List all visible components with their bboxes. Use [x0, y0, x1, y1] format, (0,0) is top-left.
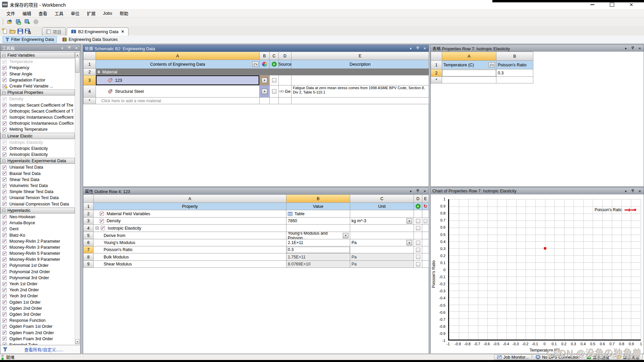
panel-pin-icon[interactable] — [416, 46, 420, 51]
tab-project[interactable]: 项目 — [42, 27, 66, 36]
row-header-8[interactable]: 8 — [84, 253, 94, 261]
checkbox-icon[interactable] — [416, 241, 420, 245]
dropdown-icon[interactable]: ▼ — [262, 89, 267, 94]
menu-extensions[interactable]: 扩展 — [83, 9, 99, 17]
toolbox-item-mooney-rivlin-9-parameter[interactable]: Mooney-Rivlin 9 Parameter — [0, 256, 75, 262]
toolbox-section-hyperelastic[interactable]: Hyperelastic — [0, 207, 75, 214]
menu-units[interactable]: 单位 — [67, 9, 83, 17]
toolbox-item-response-function[interactable]: Response Function — [0, 317, 75, 323]
tab-engineering-data[interactable]: B2:Engineering Data ✕ — [67, 27, 128, 36]
panel-pin-icon[interactable] — [631, 46, 635, 51]
toolbox-pin-icon[interactable] — [67, 46, 71, 50]
toolbox-item-biaxial-test-data[interactable]: Biaxial Test Data — [0, 171, 75, 177]
panel-close-icon[interactable]: ✕ — [423, 47, 427, 50]
menu-help[interactable]: 帮助 — [116, 9, 132, 17]
suppress-all-cell[interactable]: ✕ — [270, 60, 279, 69]
poissons-ratio-value-cell[interactable]: 0.3 — [496, 69, 533, 77]
menu-file[interactable]: 文件 — [3, 9, 19, 17]
dropdown-icon[interactable]: ▼ — [407, 218, 412, 224]
toolbox-close-icon[interactable]: ✕ — [74, 46, 78, 50]
toolbox-item-ogden-foam-2nd-order[interactable]: Ogden Foam 2nd Order — [0, 329, 75, 336]
engineering-data-sources-button[interactable]: Engineering Data Sources — [60, 37, 120, 43]
ym-suppress-cell[interactable] — [414, 239, 422, 246]
toolbox-item-ogden-3rd-order[interactable]: Ogden 3rd Order — [0, 311, 75, 317]
panel-close-icon[interactable]: ✕ — [423, 189, 427, 193]
toolbox-scrollbar[interactable]: ▲ ▼ — [75, 52, 80, 344]
panel-pin-icon[interactable] — [631, 189, 635, 193]
toolbox-item-yeoh-2nd-order[interactable]: Yeoh 2nd Order — [0, 287, 75, 293]
toolbox-item-simple-shear-test-data[interactable]: Simple Shear Test Data — [0, 189, 75, 195]
toolbox-item-polynomial-2nd-order[interactable]: Polynomial 2nd Order — [0, 269, 75, 275]
job-monitor-button[interactable]: Job Monitor... — [494, 354, 532, 360]
collapse-icon[interactable] — [2, 134, 5, 137]
row-header-6[interactable]: 6 — [84, 239, 94, 246]
checkbox-icon[interactable] — [416, 255, 420, 259]
dropdown-icon[interactable]: ▼ — [407, 240, 412, 245]
new-row-a-cell[interactable] — [442, 77, 496, 83]
toolbox-item-ogden-1st-order[interactable]: Ogden 1st Order — [0, 299, 75, 305]
poissons-ratio-value-cell[interactable]: 0.3 — [286, 246, 350, 253]
toolbox-item-extended-tube[interactable]: Extended Tube — [0, 342, 75, 345]
row-header-1[interactable]: 1 — [84, 60, 96, 69]
toolbox-item-uniaxial-compression-test-data[interactable]: Uniaxial Compression Test Data — [0, 201, 75, 207]
collapse-icon[interactable] — [97, 70, 100, 73]
row-header-3[interactable]: 3 — [84, 218, 94, 225]
col-header-a[interactable]: A — [442, 52, 496, 61]
steel-state-cell[interactable]: ▼ — [260, 85, 270, 98]
toolbox-item-isotropic-secant-coefficient-of-thermal-expansion[interactable]: Isotropic Secant Coefficient of Thermal … — [0, 102, 75, 108]
scroll-thumb[interactable] — [75, 57, 79, 73]
col-header-d[interactable]: D — [279, 52, 291, 60]
dropdown-icon[interactable]: ▼ — [262, 78, 267, 83]
density-unit-cell[interactable]: kg m^-3 ▼ — [350, 218, 414, 225]
dps-connection-button[interactable]: No DPS Connection — [533, 354, 583, 360]
menu-edit[interactable]: 编辑 — [19, 9, 35, 17]
panel-close-icon[interactable]: ✕ — [638, 189, 642, 193]
collapse-icon[interactable] — [2, 91, 5, 94]
checkbox-icon[interactable] — [424, 219, 427, 223]
toolbox-item-ogden-foam-3rd-order[interactable]: Ogden Foam 3rd Order — [0, 336, 75, 342]
toolbox-item-gent[interactable]: Gent — [0, 226, 75, 232]
material-row-structural-steel[interactable]: Structural Steel — [96, 85, 260, 98]
toolbox-item-mooney-rivlin-5-parameter[interactable]: Mooney-Rivlin 5 Parameter — [0, 250, 75, 256]
toolbox-item-shear-angle[interactable]: Shear Angle — [0, 71, 75, 77]
prop-poissons-ratio[interactable]: Poisson's Ratio — [94, 246, 286, 253]
toolbox-section-field-variables[interactable]: Field Variables — [0, 52, 75, 58]
dropdown-icon[interactable]: ▼ — [343, 233, 348, 238]
bm-suppress-cell[interactable] — [414, 253, 422, 261]
material-123-state-cell[interactable]: ▼ — [260, 75, 270, 85]
toolbox-item-arruda-boyce[interactable]: Arruda-Boyce — [0, 220, 75, 226]
toolbox-item-blatz-ko[interactable]: Blatz-Ko — [0, 232, 75, 238]
temperature-value-cell[interactable] — [442, 69, 496, 77]
prop-material-field-variables[interactable]: Material Field Variables — [94, 210, 286, 218]
col-header-b[interactable]: B — [496, 52, 533, 61]
collapse-icon[interactable] — [2, 160, 5, 163]
row-header-2[interactable]: 2 — [84, 210, 94, 218]
save-as-button[interactable] — [24, 28, 31, 35]
pr-suppress-cell[interactable] — [414, 246, 422, 253]
toolbox-item-yeoh-1st-order[interactable]: Yeoh 1st Order — [0, 281, 75, 287]
row-header-4[interactable]: 4 — [84, 225, 94, 232]
sort-filter-button[interactable] — [252, 62, 258, 67]
view-all-customize-link[interactable]: 查看所有/自定义...... — [10, 346, 77, 353]
toolbox-item-melting-temperature[interactable]: Melting Temperature — [0, 126, 75, 132]
toolbox-item-orthotropic-elasticity[interactable]: Orthotropic Elasticity — [0, 145, 75, 152]
col-header-d[interactable]: D — [414, 195, 422, 203]
import-button[interactable] — [6, 18, 13, 25]
panel-menu-icon[interactable]: ▾ — [624, 47, 628, 50]
toolbox-item-uniaxial-test-data[interactable]: Uniaxial Test Data — [0, 164, 75, 170]
toolbox-item-orthotropic-secant-coefficient-of-thermal-expansion[interactable]: Orthotropic Secant Coefficient of Therma… — [0, 108, 75, 114]
toolbox-item-isotropic-elasticity[interactable]: Isotropic Elasticity — [0, 139, 75, 145]
scroll-up-icon[interactable]: ▲ — [75, 52, 79, 57]
update-project-button[interactable] — [24, 18, 31, 25]
density-value-cell[interactable]: 7850 — [286, 218, 350, 225]
density-refresh-cell[interactable] — [422, 218, 429, 225]
toolbox-item-polynomial-1st-order[interactable]: Polynomial 1st Order — [0, 262, 75, 268]
col-header-e[interactable]: E — [291, 52, 429, 60]
tab-close-icon[interactable]: ✕ — [121, 29, 124, 34]
open-project-button[interactable] — [9, 28, 16, 35]
toolbox-item-frequency[interactable]: Frequency — [0, 65, 75, 71]
collapse-icon[interactable] — [96, 227, 99, 230]
row-header-2[interactable]: 2 — [84, 69, 96, 75]
scroll-down-icon[interactable]: ▼ — [75, 339, 79, 344]
col-header-a[interactable]: A — [96, 52, 260, 60]
